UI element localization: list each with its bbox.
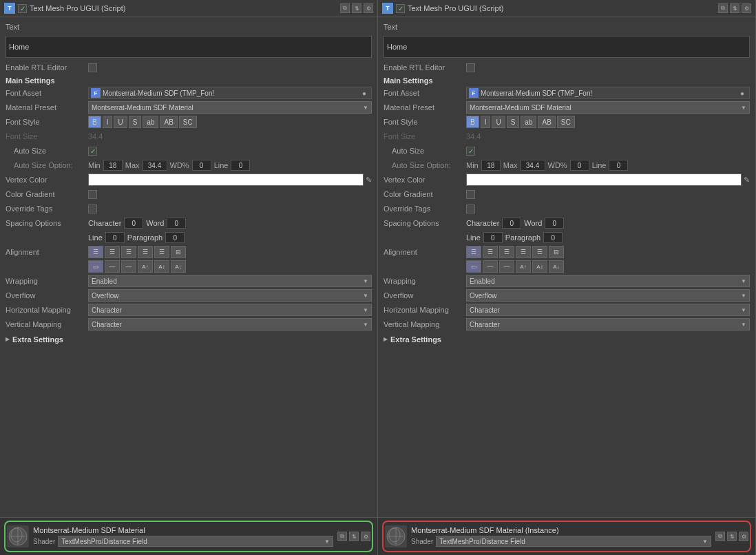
font-style-strikethrough-right[interactable]: S <box>507 116 520 128</box>
font-style-bold-left[interactable]: B <box>88 116 101 128</box>
align-justify-right[interactable]: ☰ <box>516 246 531 258</box>
align-vtop-right[interactable]: ▭ <box>466 260 481 273</box>
align-va1-left[interactable]: A↑ <box>138 260 153 273</box>
horizontal-mapping-dropdown-left[interactable]: Character ▼ <box>88 304 372 316</box>
spacing-para-value-right[interactable] <box>543 232 563 243</box>
settings-btn-right[interactable]: ⚙ <box>742 3 751 13</box>
spacing-char-value-left[interactable] <box>124 218 143 229</box>
enable-rtl-checkbox-right[interactable] <box>466 63 475 72</box>
font-style-lowercase-left[interactable]: ab <box>143 116 158 128</box>
font-style-strikethrough-left[interactable]: S <box>129 116 142 128</box>
material-copy-btn-right[interactable]: ⧉ <box>715 532 725 541</box>
min-value-left[interactable] <box>103 160 123 171</box>
material-preset-dropdown-left[interactable]: Montserrat-Medium SDF Material ▼ <box>88 101 372 114</box>
copy-btn-right[interactable]: ⧉ <box>718 3 728 13</box>
overflow-dropdown-right[interactable]: Overflow ▼ <box>466 289 750 302</box>
spacing-word-value-left[interactable] <box>167 218 186 229</box>
font-style-italic-left[interactable]: I <box>103 116 113 128</box>
wd-value-left[interactable] <box>192 160 211 171</box>
vertex-color-pencil-right[interactable]: ✎ <box>744 176 750 185</box>
text-input-left[interactable]: Home <box>6 36 372 58</box>
align-justify2-right[interactable]: ☰ <box>532 246 547 258</box>
align-vmid-left[interactable]: — <box>105 260 120 273</box>
max-value-left[interactable] <box>143 160 167 171</box>
vertex-color-field-left[interactable] <box>88 174 364 186</box>
align-flush-left[interactable]: ⊟ <box>171 246 186 258</box>
auto-size-checkbox-left[interactable]: ✓ <box>88 147 97 156</box>
wd-value-right[interactable] <box>570 160 589 171</box>
spacing-word-value-right[interactable] <box>545 218 564 229</box>
font-asset-field-left[interactable]: F Montserrat-Medium SDF (TMP_Fon! ● <box>88 87 372 99</box>
align-va1-right[interactable]: A↑ <box>516 260 531 273</box>
material-copy-btn-left[interactable]: ⧉ <box>337 532 347 541</box>
spacing-line-value-right[interactable] <box>483 232 503 243</box>
auto-size-checkbox-right[interactable]: ✓ <box>466 147 475 156</box>
align-va2-left[interactable]: A↕ <box>154 260 169 273</box>
line-value-right[interactable] <box>609 160 628 171</box>
enable-rtl-checkbox-left[interactable] <box>88 63 97 72</box>
spacing-para-value-left[interactable] <box>165 232 185 243</box>
align-flush-right[interactable]: ⊟ <box>549 246 564 258</box>
wrapping-dropdown-right[interactable]: Enabled ▼ <box>466 275 750 287</box>
align-left-right[interactable]: ☰ <box>466 246 481 258</box>
align-justify-left[interactable]: ☰ <box>138 246 153 258</box>
align-vbot-left[interactable]: — <box>121 260 136 273</box>
wrapping-dropdown-left[interactable]: Enabled ▼ <box>88 275 372 287</box>
horizontal-mapping-dropdown-right[interactable]: Character ▼ <box>466 304 750 316</box>
settings-btn-left[interactable]: ⚙ <box>364 3 373 13</box>
shader-value-left[interactable]: TextMeshPro/Distance Field ▼ <box>58 536 333 547</box>
font-asset-dot-left[interactable]: ● <box>362 90 369 96</box>
auto-size-options-row-right: Auto Size Option: Min Max WD% Line <box>384 159 750 171</box>
font-style-underline-left[interactable]: U <box>114 116 127 128</box>
align-vmid-right[interactable]: — <box>483 260 498 273</box>
vertical-mapping-dropdown-left[interactable]: Character ▼ <box>88 318 372 331</box>
vertex-color-field-right[interactable] <box>466 174 742 186</box>
spacing-char-value-right[interactable] <box>502 218 521 229</box>
color-gradient-checkbox-right[interactable] <box>466 190 475 199</box>
font-style-uppercase-right[interactable]: AB <box>538 116 555 128</box>
shader-value-right[interactable]: TextMeshPro/Distance Field ▼ <box>436 536 711 547</box>
copy-btn-left[interactable]: ⧉ <box>340 3 350 13</box>
min-value-right[interactable] <box>481 160 501 171</box>
vertical-mapping-dropdown-right[interactable]: Character ▼ <box>466 318 750 331</box>
spacing-line-value-left[interactable] <box>105 232 125 243</box>
text-input-right[interactable]: Home <box>384 36 750 58</box>
font-style-smallcaps-left[interactable]: SC <box>179 116 197 128</box>
align-va3-left[interactable]: A↓ <box>171 260 186 273</box>
font-asset-field-right[interactable]: F Montserrat-Medium SDF (TMP_Fon! ● <box>466 87 750 99</box>
font-style-uppercase-left[interactable]: AB <box>160 116 177 128</box>
material-settings-btn-left[interactable]: ⚙ <box>361 532 370 541</box>
align-center-left[interactable]: ☰ <box>105 246 120 258</box>
font-asset-dot-right[interactable]: ● <box>740 90 747 96</box>
max-value-right[interactable] <box>521 160 545 171</box>
overflow-dropdown-left[interactable]: Overflow ▼ <box>88 289 372 302</box>
line-value-left[interactable] <box>231 160 250 171</box>
material-settings-btn-right[interactable]: ⚙ <box>739 532 748 541</box>
material-paste-btn-left[interactable]: ⇅ <box>349 532 359 541</box>
font-style-lowercase-right[interactable]: ab <box>521 116 536 128</box>
font-style-bold-right[interactable]: B <box>466 116 479 128</box>
align-left-left[interactable]: ☰ <box>88 246 103 258</box>
align-vbot-right[interactable]: — <box>499 260 514 273</box>
align-center-right[interactable]: ☰ <box>483 246 498 258</box>
align-vtop-left[interactable]: ▭ <box>88 260 103 273</box>
paste-btn-left[interactable]: ⇅ <box>352 3 361 13</box>
font-style-smallcaps-right[interactable]: SC <box>557 116 575 128</box>
material-paste-btn-right[interactable]: ⇅ <box>727 532 737 541</box>
paste-btn-right[interactable]: ⇅ <box>730 3 739 13</box>
font-style-italic-right[interactable]: I <box>481 116 491 128</box>
material-preset-dropdown-right[interactable]: Montserrat-Medium SDF Material ▼ <box>466 101 750 114</box>
align-va2-right[interactable]: A↕ <box>532 260 547 273</box>
vertex-color-pencil-left[interactable]: ✎ <box>366 176 372 185</box>
component-enabled-checkbox-right[interactable]: ✓ <box>396 4 405 13</box>
align-right-left[interactable]: ☰ <box>121 246 136 258</box>
override-tags-checkbox-right[interactable] <box>466 205 475 213</box>
override-tags-checkbox-left[interactable] <box>88 205 97 213</box>
align-right-right[interactable]: ☰ <box>499 246 514 258</box>
font-style-underline-right[interactable]: U <box>492 116 505 128</box>
color-gradient-checkbox-left[interactable] <box>88 190 97 199</box>
align-justify2-left[interactable]: ☰ <box>154 246 169 258</box>
align-va3-right[interactable]: A↓ <box>549 260 564 273</box>
wrapping-row-right: Wrapping Enabled ▼ <box>384 275 750 287</box>
component-enabled-checkbox-left[interactable]: ✓ <box>18 4 27 13</box>
